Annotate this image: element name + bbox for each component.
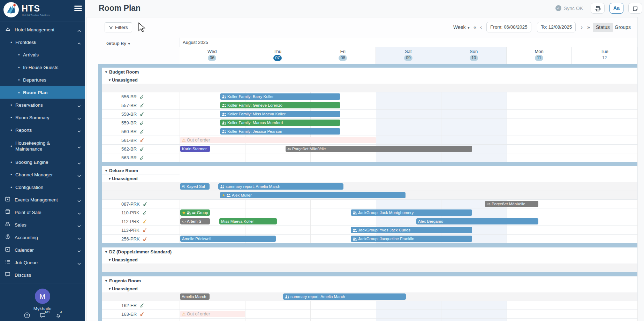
day-cell[interactable] [441, 127, 507, 136]
sidebar-item-hotel-management[interactable]: Hotel Management [0, 23, 85, 36]
room-number[interactable]: 561-BR [121, 138, 137, 143]
room-number[interactable]: 558-BR [121, 112, 137, 117]
group-header-row[interactable]: ▾Budget Room [102, 68, 637, 76]
room-number[interactable]: 557-BR [121, 103, 137, 108]
day-cell[interactable] [507, 119, 573, 127]
day-header-thu[interactable]: Thu07 [245, 47, 311, 64]
booking-bar[interactable]: Koller Family: Geneve Lorenzo [220, 102, 340, 108]
day-cell[interactable] [311, 153, 376, 162]
messages-icon[interactable]: 161 [40, 313, 46, 319]
font-size-button[interactable]: Aa [609, 3, 623, 14]
day-cell[interactable] [507, 145, 573, 153]
day-cell[interactable] [180, 153, 245, 162]
day-cell[interactable] [376, 310, 442, 318]
booking-bar[interactable]: Miss Maeva Koller [219, 218, 277, 224]
group-by-dropdown[interactable]: Group By ▼ [106, 41, 131, 46]
user-block[interactable]: M Mykhailo [0, 289, 85, 311]
day-cell[interactable] [572, 110, 638, 118]
day-cell[interactable] [376, 119, 442, 127]
booking-bar[interactable]: Koller Family: Jessica Pearson [220, 128, 340, 135]
room-number[interactable]: 113-PRK [121, 228, 139, 233]
day-header-wed[interactable]: Wed06 [180, 47, 245, 64]
day-cell[interactable] [441, 101, 507, 109]
booking-bar[interactable]: Amelie Prickwell [180, 236, 276, 242]
day-cell[interactable] [507, 310, 573, 318]
day-cell[interactable] [376, 200, 442, 208]
day-header-sun[interactable]: Sun10 [441, 47, 507, 64]
day-cell[interactable] [572, 217, 638, 226]
room-number[interactable]: 556-BR [121, 94, 137, 99]
day-cell[interactable] [507, 136, 573, 144]
day-cell[interactable] [376, 110, 442, 118]
group-header-row[interactable]: ▾Eugenia Room [102, 276, 637, 285]
day-cell[interactable] [507, 226, 573, 234]
day-cell[interactable] [311, 217, 376, 226]
booking-bar[interactable]: Alex Bergamo [416, 218, 538, 224]
booking-bar[interactable]: Al-Kayed Sal [180, 183, 210, 190]
day-cell[interactable] [572, 208, 638, 217]
sidebar-item-frontdesk[interactable]: •Frontdesk [0, 36, 85, 48]
sidebar-item-events-management[interactable]: Events Management [0, 193, 85, 206]
day-cell[interactable] [245, 153, 311, 162]
day-cell[interactable] [245, 200, 311, 208]
room-number[interactable]: 112-PRK [121, 219, 139, 224]
print-button[interactable] [591, 3, 605, 14]
booking-bar[interactable]: JackGroup: Yves Jack Curios [351, 227, 472, 233]
day-cell[interactable] [245, 226, 311, 234]
day-cell[interactable] [311, 301, 376, 309]
day-cell[interactable] [441, 119, 507, 127]
room-number[interactable]: 256-PRK [121, 236, 140, 242]
day-cell[interactable] [572, 319, 638, 321]
sidebar-item-booking-engine[interactable]: •Booking Engine [0, 156, 85, 168]
room-number[interactable]: 087-PRK [121, 201, 140, 207]
avatar[interactable]: M [35, 289, 50, 304]
day-cell[interactable] [311, 310, 376, 318]
sidebar-item-reservations[interactable]: •Reservations [0, 99, 85, 111]
day-cell[interactable] [572, 200, 638, 208]
day-cell[interactable] [572, 145, 638, 153]
day-header-sat[interactable]: Sat09 [376, 47, 441, 64]
sidebar-item-calendar[interactable]: Calendar [0, 244, 85, 256]
day-cell[interactable] [572, 235, 638, 243]
room-number[interactable]: 560-BR [121, 129, 137, 134]
day-cell[interactable] [441, 301, 507, 309]
sidebar-item-job-queue[interactable]: Job Queue [0, 256, 85, 269]
sidebar-item-room-plan[interactable]: •Room Plan [0, 86, 85, 99]
day-cell[interactable] [507, 127, 573, 136]
collapse-caret-icon[interactable]: ▾ [105, 250, 107, 254]
booking-bar[interactable]: JackGroup: Jack Montghomery [351, 209, 472, 216]
prev-fast-button[interactable]: « [473, 24, 476, 30]
booking-bar[interactable]: JackGroup: Jacqueline Franklin [351, 236, 472, 242]
day-cell[interactable] [507, 208, 573, 217]
collapse-caret-icon[interactable]: ▾ [105, 169, 107, 173]
booking-bar[interactable]: Koller Family: Barry Koller [220, 93, 340, 100]
day-cell[interactable] [441, 136, 507, 144]
next-button[interactable]: › [581, 24, 583, 30]
next-fast-button[interactable]: » [587, 24, 590, 30]
sidebar-item-configuration[interactable]: •Configuration [0, 181, 85, 193]
day-cell[interactable] [572, 101, 638, 109]
day-cell[interactable] [311, 319, 376, 321]
out-of-order-bar[interactable]: ⚠Out of order [180, 137, 376, 143]
sidebar-item-channel-manager[interactable]: •Channel Manager [0, 168, 85, 181]
booking-bar[interactable]: summary report: Amelia March [283, 293, 406, 300]
help-icon[interactable]: ? [24, 312, 30, 319]
day-cell[interactable] [572, 310, 638, 318]
app-logo[interactable]: HTS Hotel & Tourism Solutions [0, 0, 85, 20]
day-cell[interactable] [245, 310, 311, 318]
booking-bar[interactable]: ⇨Porçeßet Mänùèlle [485, 201, 538, 207]
day-cell[interactable] [376, 92, 442, 101]
range-dropdown[interactable]: Week ▼ [453, 24, 470, 30]
booking-bar[interactable]: summary report: Amelia March [218, 183, 343, 190]
day-cell[interactable] [572, 127, 638, 136]
booking-bar[interactable]: Koller Family: Miss Maeva Koller [220, 111, 340, 117]
from-date-input[interactable]: From: 06/08/2025 [486, 22, 531, 32]
groups-toggle[interactable]: Groups [613, 23, 633, 32]
day-cell[interactable] [572, 301, 638, 309]
day-cell[interactable] [507, 101, 573, 109]
day-cell[interactable] [376, 301, 442, 309]
day-cell[interactable] [376, 153, 442, 162]
collapse-caret-icon[interactable]: ▾ [109, 177, 111, 181]
prev-button[interactable]: ‹ [480, 24, 482, 30]
day-cell[interactable] [572, 92, 638, 101]
